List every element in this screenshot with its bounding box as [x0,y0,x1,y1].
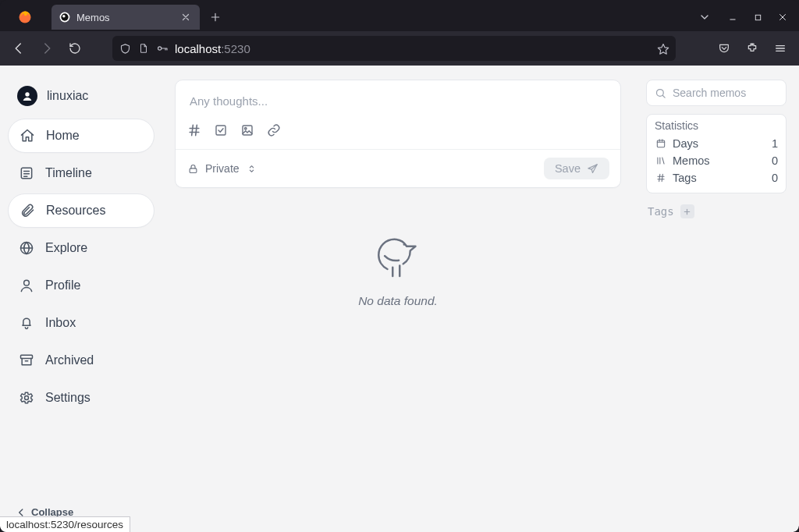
save-button[interactable]: Save [544,158,609,179]
bookmark-star-icon[interactable] [657,42,669,55]
calendar-icon [655,138,666,150]
svg-point-7 [751,44,753,45]
nav-back-button[interactable] [6,36,31,61]
new-tab-button[interactable] [204,6,226,28]
page-content: linuxiac Home Timeline Resources Explore… [0,66,799,532]
svg-rect-15 [243,126,252,135]
gear-icon [19,390,34,406]
stat-value: 1 [772,137,778,150]
svg-point-3 [62,15,66,18]
tab-close-icon[interactable] [179,11,192,23]
search-input[interactable] [673,87,799,99]
hash-small-icon [655,172,666,184]
sidebar-item-inbox[interactable]: Inbox [8,306,154,340]
sidebar: linuxiac Home Timeline Resources Explore… [0,66,162,532]
svg-marker-6 [658,44,668,54]
lock-icon [186,162,199,175]
svg-point-11 [24,280,30,286]
profile-row[interactable]: linuxiac [8,81,154,117]
url-host: localhost [175,42,221,55]
send-icon [587,163,598,175]
link-icon[interactable] [266,122,282,138]
sidebar-item-settings[interactable]: Settings [8,381,154,415]
home-icon [20,128,35,144]
extensions-icon[interactable] [740,36,765,61]
tab-list-chevron-icon[interactable] [693,6,716,28]
url-bar[interactable]: localhost:5230 [112,36,676,61]
stat-row-memos: Memos 0 [655,152,778,169]
tags-label: Tags [648,205,674,218]
svg-point-19 [657,89,664,96]
archive-icon [19,353,34,368]
checkbox-icon[interactable] [213,122,229,138]
permissions-key-icon[interactable] [156,42,169,55]
sidebar-item-label: Archived [45,353,94,367]
browser-chrome: Memos localhost:5230 [0,0,799,66]
sidebar-item-label: Resources [46,204,105,218]
shield-icon [119,42,131,55]
bell-icon [19,315,34,331]
select-updown-icon [246,162,258,175]
svg-rect-14 [216,126,225,135]
main-area: Private Save No data found. [162,66,634,532]
browser-toolbar: localhost:5230 [0,31,799,66]
user-icon [19,278,34,293]
sidebar-item-timeline[interactable]: Timeline [8,156,154,190]
svg-rect-20 [657,140,664,147]
paperclip-icon [20,203,35,218]
stat-value: 0 [772,172,778,184]
sidebar-item-label: Inbox [45,316,76,330]
hash-icon[interactable] [186,122,202,138]
sidebar-item-label: Explore [45,241,87,255]
statistics-title: Statistics [655,119,778,132]
window-controls [721,6,794,28]
sidebar-item-explore[interactable]: Explore [8,231,154,265]
svg-point-18 [403,243,406,246]
library-icon [655,155,666,167]
sidebar-item-label: Home [46,129,80,143]
window-maximize-button[interactable] [746,6,769,28]
composer-footer: Private Save [176,149,620,187]
browser-tab[interactable]: Memos [51,5,200,30]
site-info-icon[interactable] [137,42,150,55]
search-icon [655,87,666,99]
stat-row-tags: Tags 0 [655,169,778,186]
statistics-card: Statistics Days 1 Memos 0 Tags 0 [646,114,787,193]
composer-input[interactable] [176,80,620,116]
save-label: Save [555,162,581,175]
svg-rect-12 [21,355,33,358]
sidebar-item-label: Settings [45,391,91,405]
sidebar-item-profile[interactable]: Profile [8,268,154,303]
svg-point-16 [245,128,247,129]
stat-label: Memos [673,154,710,167]
url-text: localhost:5230 [175,42,651,55]
nav-forward-button[interactable] [34,36,59,61]
window-minimize-button[interactable] [721,6,744,28]
composer: Private Save [175,80,621,188]
sidebar-item-home[interactable]: Home [8,119,154,153]
sidebar-item-resources[interactable]: Resources [8,193,154,228]
window-close-button[interactable] [771,6,794,28]
svg-point-8 [25,92,29,96]
image-icon[interactable] [240,122,255,138]
bird-illustration-icon [370,227,426,283]
tags-section: Tags [646,201,787,222]
avatar [17,86,37,106]
composer-toolbar [176,119,620,149]
sidebar-item-label: Profile [45,278,80,293]
empty-message: No data found. [358,294,438,308]
stat-row-days: Days 1 [655,135,778,152]
tab-strip: Memos [0,0,799,31]
tab-title: Memos [76,12,173,23]
app-menu-icon[interactable] [768,36,793,61]
link-status-tooltip: localhost:5230/resources [0,516,130,532]
search-box[interactable] [646,80,787,106]
svg-rect-4 [755,15,760,20]
svg-rect-17 [190,168,197,172]
right-column: Statistics Days 1 Memos 0 Tags 0 Tags [634,66,799,532]
add-tag-button[interactable] [680,204,694,218]
nav-reload-button[interactable] [62,36,87,61]
visibility-selector[interactable]: Private [186,162,258,175]
pocket-icon[interactable] [712,36,737,61]
sidebar-item-archived[interactable]: Archived [8,343,154,378]
